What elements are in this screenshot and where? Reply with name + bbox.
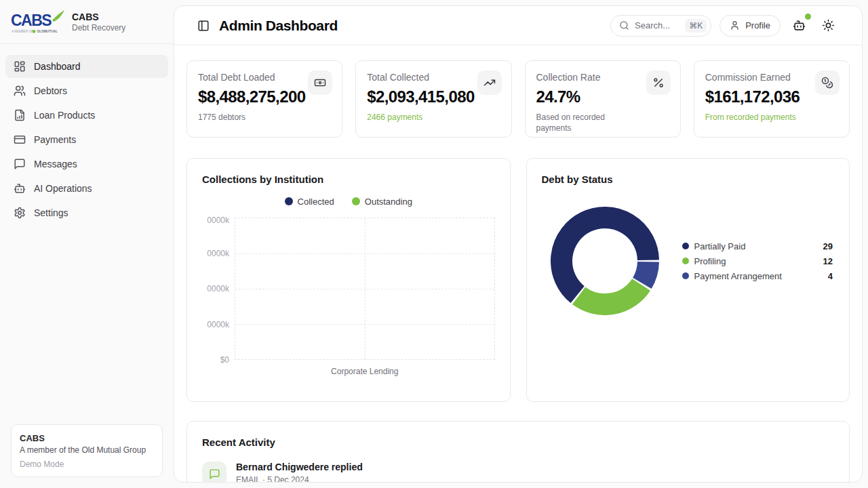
gear-icon bbox=[14, 207, 26, 219]
sidebar-item-label: Debtors bbox=[34, 85, 67, 96]
legend-dot-outstanding bbox=[352, 197, 360, 205]
activity-icon-box bbox=[202, 462, 226, 482]
stats-row: Total Debt Loaded $8,488,275,200 1775 de… bbox=[186, 60, 850, 138]
stat-value: $8,488,275,200 bbox=[198, 87, 331, 106]
legend-value: 12 bbox=[823, 256, 833, 266]
sidebar-toggle-button[interactable] bbox=[197, 20, 210, 32]
cabs-logo: CABS A MEMBER OF OLDMUTUAL bbox=[11, 9, 65, 35]
logo-subtext-1: A MEMBER OF bbox=[12, 30, 33, 33]
legend-label: Collected bbox=[298, 197, 334, 207]
legend-dot bbox=[682, 258, 689, 264]
sidebar-item-settings[interactable]: Settings bbox=[5, 201, 168, 224]
sidebar-item-payments[interactable]: Payments bbox=[5, 128, 168, 151]
stat-card-collection-rate: Collection Rate 24.7% Based on recorded … bbox=[525, 60, 681, 138]
brand-text: CABS Debt Recovery bbox=[72, 12, 125, 34]
logo-wordmark: CABS bbox=[11, 12, 52, 29]
activity-text: Bernard Chigwedere replied EMAIL · 5 Dec… bbox=[236, 462, 363, 482]
sidebar-footer-card: CABS A member of the Old Mutual Group De… bbox=[11, 424, 163, 477]
search-input[interactable]: Search... ⌘K bbox=[610, 15, 711, 37]
sidebar-item-label: Settings bbox=[34, 207, 68, 218]
bot-icon bbox=[14, 182, 26, 195]
page-title: Admin Dashboard bbox=[219, 18, 338, 34]
demo-mode-label: Demo Mode bbox=[20, 460, 154, 469]
notification-dot bbox=[805, 14, 811, 20]
legend-item-collected: Collected bbox=[285, 197, 334, 207]
stat-subtext: 2466 payments bbox=[367, 112, 472, 123]
user-icon bbox=[730, 20, 740, 30]
legend-dot bbox=[682, 272, 689, 279]
bar-chart-plot: 0000k 0000k 0000k 0000k $0 bbox=[202, 218, 495, 360]
theme-toggle-button[interactable] bbox=[818, 15, 839, 36]
legend-dot bbox=[682, 243, 689, 249]
y-axis-labels: 0000k 0000k 0000k 0000k $0 bbox=[202, 218, 229, 360]
plot-area bbox=[235, 218, 495, 360]
activity-meta: EMAIL · 5 Dec 2024 bbox=[236, 475, 363, 482]
dashboard-icon bbox=[14, 60, 26, 73]
sidebar-item-ai-operations[interactable]: AI Operations bbox=[5, 177, 168, 200]
search-shortcut-badge: ⌘K bbox=[685, 19, 707, 33]
gridline-vertical bbox=[365, 218, 366, 359]
legend-value: 4 bbox=[828, 271, 833, 281]
message-square-icon bbox=[14, 158, 26, 170]
chart-title: Debt by Status bbox=[542, 174, 835, 185]
activity-name: Bernard Chigwedere replied bbox=[236, 462, 363, 472]
brand-name: CABS bbox=[72, 12, 125, 24]
bot-icon bbox=[793, 19, 806, 32]
sidebar: CABS A MEMBER OF OLDMUTUAL CABS Debt Rec… bbox=[0, 0, 174, 488]
debt-status-chart-card: Debt by Status Partially Paid 29 Profili… bbox=[526, 158, 850, 402]
sidebar-item-label: Loan Products bbox=[34, 110, 95, 121]
logo-subtext-2: OLDMUTUAL bbox=[37, 30, 58, 33]
dashboard-content: Total Debt Loaded $8,488,275,200 1775 de… bbox=[174, 45, 862, 482]
brand-header: CABS A MEMBER OF OLDMUTUAL CABS Debt Rec… bbox=[0, 0, 174, 44]
sidebar-item-label: Dashboard bbox=[34, 61, 81, 72]
credit-card-icon bbox=[14, 134, 26, 146]
chart-title: Collections by Institution bbox=[202, 174, 495, 185]
legend-item-profiling: Profiling 12 bbox=[682, 256, 833, 266]
stat-card-commission: Commission Earned $161,172,036 From reco… bbox=[694, 60, 850, 138]
users-icon bbox=[14, 85, 26, 97]
stat-subtext: From recorded payments bbox=[705, 112, 810, 123]
main-panel: Admin Dashboard Search... ⌘K Profile bbox=[174, 5, 863, 483]
footer-title: CABS bbox=[20, 433, 154, 443]
legend-label: Partially Paid bbox=[694, 241, 818, 251]
ai-assistant-button[interactable] bbox=[789, 15, 810, 36]
sidebar-nav: Dashboard Debtors Loan Products Payments… bbox=[0, 44, 174, 226]
activity-item: Bernard Chigwedere replied EMAIL · 5 Dec… bbox=[202, 462, 834, 482]
profile-label: Profile bbox=[745, 20, 770, 30]
sidebar-item-debtors[interactable]: Debtors bbox=[5, 79, 168, 102]
sidebar-item-messages[interactable]: Messages bbox=[5, 152, 168, 176]
brand-tagline: Debt Recovery bbox=[72, 23, 125, 33]
legend-label: Profiling bbox=[694, 256, 818, 266]
stat-subtext: Based on recorded payments bbox=[536, 112, 642, 134]
logo-leaf-icon bbox=[52, 10, 64, 22]
donut-chart-area: Partially Paid 29 Profiling 12 Payment A… bbox=[542, 207, 835, 315]
legend-item-outstanding: Outstanding bbox=[352, 197, 412, 207]
sidebar-item-dashboard[interactable]: Dashboard bbox=[5, 55, 168, 78]
x-axis-category-label: Corporate Lending bbox=[235, 367, 495, 376]
bar-chart-legend: Collected Outstanding bbox=[202, 195, 495, 208]
search-icon bbox=[619, 20, 629, 30]
sidebar-item-label: Payments bbox=[34, 134, 76, 145]
stat-value: $161,172,036 bbox=[705, 87, 838, 106]
profile-button[interactable]: Profile bbox=[719, 15, 781, 37]
legend-item-partially-paid: Partially Paid 29 bbox=[682, 241, 833, 251]
message-square-icon bbox=[209, 468, 220, 480]
stat-subtext: 1775 debtors bbox=[198, 112, 303, 123]
stat-value: 24.7% bbox=[536, 87, 669, 106]
top-bar: Admin Dashboard Search... ⌘K Profile bbox=[174, 6, 862, 45]
recent-activity-card: Recent Activity Bernard Chigwedere repli… bbox=[186, 421, 850, 482]
recent-activity-title: Recent Activity bbox=[202, 436, 834, 448]
panel-left-icon bbox=[197, 20, 210, 32]
stat-card-total-debt: Total Debt Loaded $8,488,275,200 1775 de… bbox=[186, 60, 342, 138]
sidebar-item-label: Messages bbox=[34, 159, 77, 169]
donut-legend: Partially Paid 29 Profiling 12 Payment A… bbox=[682, 241, 833, 281]
donut-chart bbox=[551, 207, 659, 315]
charts-row: Collections by Institution Collected Out… bbox=[186, 158, 850, 402]
sidebar-item-loan-products[interactable]: Loan Products bbox=[5, 104, 168, 127]
y-tick: $0 bbox=[220, 355, 229, 365]
legend-value: 29 bbox=[823, 241, 833, 251]
sidebar-item-label: AI Operations bbox=[34, 183, 92, 194]
stat-value: $2,093,415,080 bbox=[367, 87, 500, 106]
topbar-actions: Search... ⌘K Profile bbox=[610, 15, 839, 37]
footer-subtitle: A member of the Old Mutual Group bbox=[20, 445, 154, 455]
